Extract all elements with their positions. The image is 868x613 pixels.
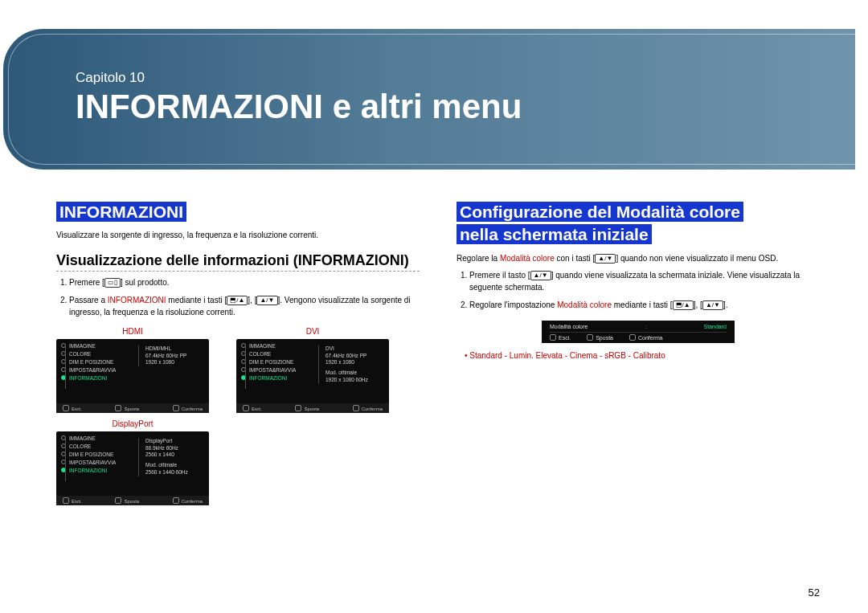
updown-key-icon: ▲/▼ — [256, 296, 277, 305]
nav-key-icon: ⬒/▲ — [227, 296, 248, 305]
shot-hdmi: HDMI IMMAGINE COLORE DIM E POSIZIONE IMP… — [56, 327, 209, 505]
menu-key-icon: ▭▯ — [104, 278, 121, 288]
osd-colormode-bar: Modalità colore : Standard Esci. Sposta … — [542, 321, 735, 343]
content-area: INFORMAZIONI Visualizzare la sorgente di… — [56, 201, 820, 505]
left-column: INFORMAZIONI Visualizzare la sorgente di… — [56, 201, 420, 505]
subheading-view-info: Visualizzazione delle informazioni (INFO… — [56, 252, 420, 272]
steps-left: Premere [▭▯] sul prodotto. Passare a INF… — [69, 276, 420, 319]
right-step-2: Regolare l'impostazione Modalità colore … — [469, 299, 820, 312]
updown-key-icon: ▲/▼ — [702, 300, 723, 310]
step-2: Passare a INFORMAZIONI mediante i tasti … — [69, 294, 420, 319]
section-desc: Visualizzare la sorgente di ingresso, la… — [56, 230, 420, 241]
shot-dvi: DVI IMMAGINE COLORE DIM E POSIZIONE IMPO… — [236, 327, 389, 505]
section-heading-info: INFORMAZIONI — [56, 201, 420, 223]
osd-dvi: IMMAGINE COLORE DIM E POSIZIONE IMPOSTA&… — [236, 339, 389, 413]
osd-hdmi: IMMAGINE COLORE DIM E POSIZIONE IMPOSTA&… — [56, 339, 209, 413]
osd-displayport: IMMAGINE COLORE DIM E POSIZIONE IMPOSTA&… — [56, 431, 209, 505]
right-column: Configurazione del Modalità colore nella… — [457, 201, 820, 505]
step-1: Premere [▭▯] sul prodotto. — [69, 276, 420, 289]
steps-right: Premere il tasto [▲/▼] quando viene visu… — [469, 269, 820, 312]
colormode-lead: Regolare la Modalità colore con i tasti … — [457, 253, 820, 264]
section-heading-colormode: Configurazione del Modalità colore nella… — [457, 201, 820, 247]
banner-border — [8, 34, 855, 165]
page-number: 52 — [809, 586, 820, 599]
updown-key-icon: ▲/▼ — [530, 271, 551, 280]
updown-key-icon: ▲/▼ — [595, 254, 616, 264]
color-modes-list: Standard - Lumin. Elevata - Cinema - sRG… — [465, 351, 820, 360]
screenshots-row-1: HDMI IMMAGINE COLORE DIM E POSIZIONE IMP… — [56, 327, 420, 505]
right-step-1: Premere il tasto [▲/▼] quando viene visu… — [469, 269, 820, 294]
chapter-banner: Capitolo 10 INFORMAZIONI e altri menu — [3, 29, 855, 170]
nav-key-icon: ⬒/▲ — [673, 300, 694, 310]
